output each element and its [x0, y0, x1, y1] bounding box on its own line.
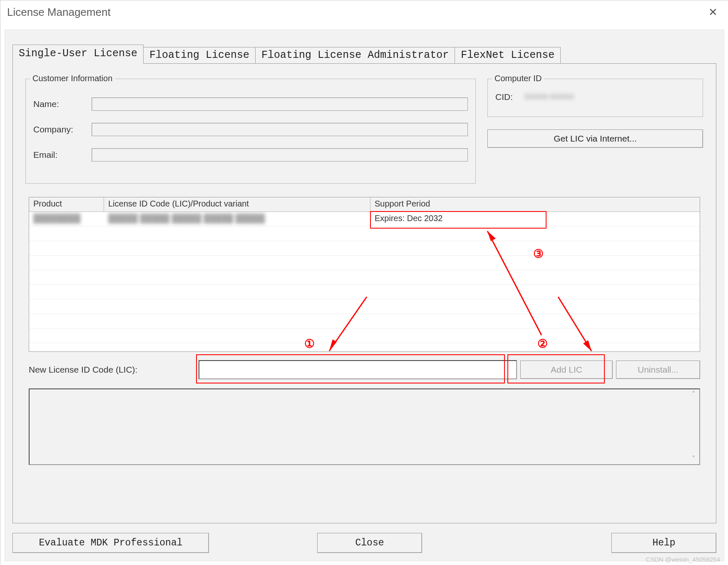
- new-lic-row: New License ID Code (LIC): Add LIC Unins…: [29, 359, 700, 380]
- table-row: [29, 299, 700, 314]
- tab-flexnet[interactable]: FlexNet License: [455, 47, 561, 65]
- cell-product: ████████: [29, 212, 104, 226]
- client-area: Single-User License Floating License Flo…: [5, 30, 724, 561]
- cell-lic: █████ █████ █████ █████ █████: [104, 212, 370, 226]
- row-company: Company:: [33, 123, 468, 136]
- label-new-lic: New License ID Code (LIC):: [29, 365, 195, 375]
- scroll-up-icon[interactable]: ˄: [692, 390, 696, 399]
- value-cid: XXXXX-XXXXX: [524, 91, 695, 103]
- tab-floating[interactable]: Floating License: [144, 47, 256, 65]
- help-button[interactable]: Help: [611, 533, 716, 553]
- table-row: [29, 226, 700, 241]
- scroll-down-icon[interactable]: ˅: [692, 455, 696, 463]
- table-row[interactable]: ████████ █████ █████ █████ █████ █████ E…: [29, 212, 700, 226]
- group-customer-info: Customer Information Name: Company: Emai…: [25, 79, 476, 184]
- tab-strip: Single-User License Floating License Flo…: [12, 44, 561, 64]
- table-header: Product License ID Code (LIC)/Product va…: [29, 197, 700, 212]
- license-table: Product License ID Code (LIC)/Product va…: [29, 197, 700, 352]
- uninstall-button[interactable]: Uninstall...: [616, 361, 700, 379]
- table-row: [29, 241, 700, 256]
- log-output[interactable]: ˄ ˅: [29, 388, 700, 465]
- row-cid: CID: XXXXX-XXXXX: [495, 91, 695, 103]
- window-title: License Management: [7, 6, 111, 19]
- table-row: [29, 314, 700, 329]
- group-customer-legend: Customer Information: [30, 74, 115, 83]
- evaluate-button[interactable]: Evaluate MDK Professional: [12, 533, 209, 553]
- bottom-button-bar: Evaluate MDK Professional Close Help: [12, 533, 716, 553]
- add-lic-button[interactable]: Add LIC: [520, 361, 613, 379]
- col-product[interactable]: Product: [29, 197, 104, 212]
- table-row: [29, 329, 700, 343]
- tab-single-user[interactable]: Single-User License: [12, 45, 144, 64]
- close-button[interactable]: Close: [317, 533, 422, 553]
- label-cid: CID:: [495, 92, 524, 102]
- input-email[interactable]: [92, 148, 468, 162]
- label-name: Name:: [33, 99, 92, 109]
- cell-support: Expires: Dec 2032: [370, 212, 700, 226]
- titlebar: License Management ✕: [0, 0, 728, 24]
- table-row: [29, 285, 700, 299]
- license-management-window: License Management ✕ Single-User License…: [0, 0, 728, 565]
- row-email: Email:: [33, 148, 468, 162]
- table-body: ████████ █████ █████ █████ █████ █████ E…: [29, 212, 700, 352]
- watermark: CSDN @weixin_45058254: [646, 556, 720, 563]
- input-new-lic[interactable]: [199, 360, 517, 379]
- table-row: [29, 256, 700, 270]
- scrollbar[interactable]: ˄ ˅: [688, 390, 698, 463]
- row-name: Name:: [33, 97, 468, 111]
- col-lic[interactable]: License ID Code (LIC)/Product variant: [104, 197, 370, 212]
- input-name[interactable]: [92, 97, 468, 111]
- get-lic-button[interactable]: Get LIC via Internet...: [487, 129, 703, 148]
- label-company: Company:: [33, 124, 92, 134]
- close-icon[interactable]: ✕: [704, 4, 722, 20]
- tab-floating-admin[interactable]: Floating License Administrator: [256, 47, 455, 65]
- group-computer-id: Computer ID CID: XXXXX-XXXXX: [487, 79, 703, 117]
- input-company[interactable]: [92, 123, 468, 136]
- tab-panel-single-user: Customer Information Name: Company: Emai…: [12, 63, 716, 523]
- col-support[interactable]: Support Period: [370, 197, 700, 212]
- table-row: [29, 270, 700, 285]
- group-cid-legend: Computer ID: [492, 74, 544, 83]
- label-email: Email:: [33, 150, 92, 160]
